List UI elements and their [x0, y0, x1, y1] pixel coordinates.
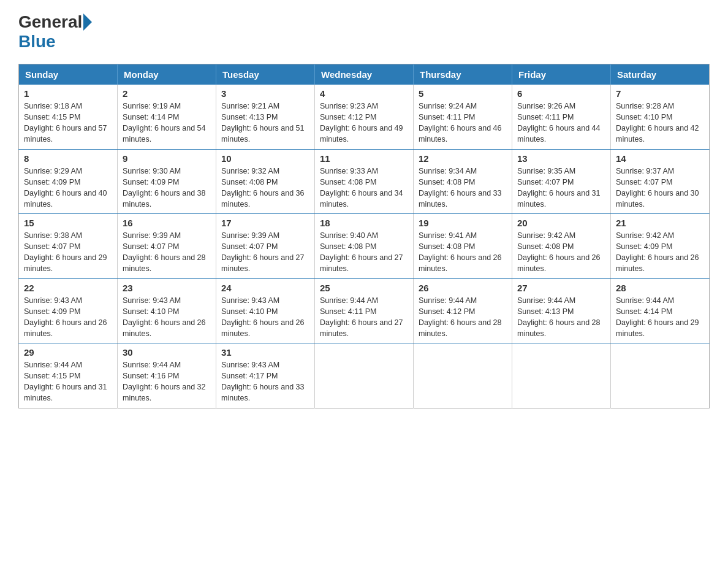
day-info: Sunrise: 9:43 AMSunset: 4:10 PMDaylight:… [221, 296, 305, 338]
day-info: Sunrise: 9:21 AMSunset: 4:13 PMDaylight:… [221, 102, 305, 144]
logo: General Blue [18, 12, 93, 52]
day-number: 23 [123, 283, 211, 293]
calendar-cell: 16 Sunrise: 9:39 AMSunset: 4:07 PMDaylig… [118, 214, 216, 279]
calendar-table: SundayMondayTuesdayWednesdayThursdayFrid… [18, 64, 710, 408]
day-number: 4 [320, 88, 408, 99]
calendar-cell: 13 Sunrise: 9:35 AMSunset: 4:07 PMDaylig… [512, 149, 611, 214]
calendar-week-row: 8 Sunrise: 9:29 AMSunset: 4:09 PMDayligh… [19, 149, 710, 214]
day-info: Sunrise: 9:32 AMSunset: 4:08 PMDaylight:… [221, 167, 305, 209]
calendar-cell: 9 Sunrise: 9:30 AMSunset: 4:09 PMDayligh… [118, 149, 216, 214]
day-number: 24 [221, 283, 309, 293]
calendar-cell: 14 Sunrise: 9:37 AMSunset: 4:07 PMDaylig… [611, 149, 710, 214]
weekday-header-monday: Monday [118, 64, 216, 85]
calendar-cell: 8 Sunrise: 9:29 AMSunset: 4:09 PMDayligh… [19, 149, 118, 214]
day-info: Sunrise: 9:44 AMSunset: 4:12 PMDaylight:… [419, 296, 502, 338]
day-number: 19 [419, 218, 507, 228]
logo-blue-text: Blue [18, 32, 56, 51]
calendar-cell: 30 Sunrise: 9:44 AMSunset: 4:16 PMDaylig… [118, 343, 216, 408]
calendar-cell: 29 Sunrise: 9:44 AMSunset: 4:15 PMDaylig… [19, 343, 118, 408]
day-info: Sunrise: 9:19 AMSunset: 4:14 PMDaylight:… [123, 102, 206, 144]
calendar-week-row: 15 Sunrise: 9:38 AMSunset: 4:07 PMDaylig… [19, 214, 710, 279]
day-number: 10 [221, 153, 309, 164]
day-number: 21 [616, 218, 704, 228]
calendar-cell: 12 Sunrise: 9:34 AMSunset: 4:08 PMDaylig… [414, 149, 512, 214]
calendar-cell: 24 Sunrise: 9:43 AMSunset: 4:10 PMDaylig… [216, 278, 315, 343]
weekday-header-thursday: Thursday [414, 64, 512, 85]
calendar-cell: 6 Sunrise: 9:26 AMSunset: 4:11 PMDayligh… [512, 85, 611, 149]
day-info: Sunrise: 9:30 AMSunset: 4:09 PMDaylight:… [123, 167, 206, 209]
day-number: 15 [24, 218, 112, 228]
calendar-cell: 2 Sunrise: 9:19 AMSunset: 4:14 PMDayligh… [118, 85, 216, 149]
day-number: 12 [419, 153, 507, 164]
day-info: Sunrise: 9:18 AMSunset: 4:15 PMDaylight:… [24, 102, 107, 144]
calendar-cell: 28 Sunrise: 9:44 AMSunset: 4:14 PMDaylig… [611, 278, 710, 343]
calendar-cell [315, 343, 414, 408]
weekday-header-row: SundayMondayTuesdayWednesdayThursdayFrid… [19, 64, 710, 85]
day-info: Sunrise: 9:24 AMSunset: 4:11 PMDaylight:… [419, 102, 502, 144]
day-number: 30 [123, 347, 211, 358]
calendar-cell: 25 Sunrise: 9:44 AMSunset: 4:11 PMDaylig… [315, 278, 414, 343]
day-info: Sunrise: 9:39 AMSunset: 4:07 PMDaylight:… [221, 231, 305, 273]
day-number: 13 [517, 153, 605, 164]
day-number: 18 [320, 218, 408, 228]
day-number: 26 [419, 283, 507, 293]
calendar-cell: 23 Sunrise: 9:43 AMSunset: 4:10 PMDaylig… [118, 278, 216, 343]
day-number: 9 [123, 153, 211, 164]
day-number: 16 [123, 218, 211, 228]
day-info: Sunrise: 9:41 AMSunset: 4:08 PMDaylight:… [419, 231, 502, 273]
day-number: 11 [320, 153, 408, 164]
day-info: Sunrise: 9:43 AMSunset: 4:09 PMDaylight:… [24, 296, 107, 338]
calendar-cell: 19 Sunrise: 9:41 AMSunset: 4:08 PMDaylig… [414, 214, 512, 279]
calendar-cell: 10 Sunrise: 9:32 AMSunset: 4:08 PMDaylig… [216, 149, 315, 214]
page-header: General Blue [18, 12, 710, 52]
logo-general-text: General [18, 12, 82, 32]
calendar-cell: 26 Sunrise: 9:44 AMSunset: 4:12 PMDaylig… [414, 278, 512, 343]
logo-arrow-icon [83, 13, 92, 31]
day-info: Sunrise: 9:38 AMSunset: 4:07 PMDaylight:… [24, 231, 107, 273]
day-info: Sunrise: 9:44 AMSunset: 4:16 PMDaylight:… [123, 361, 206, 402]
weekday-header-tuesday: Tuesday [216, 64, 315, 85]
calendar-week-row: 1 Sunrise: 9:18 AMSunset: 4:15 PMDayligh… [19, 85, 710, 149]
day-info: Sunrise: 9:23 AMSunset: 4:12 PMDaylight:… [320, 102, 403, 144]
day-info: Sunrise: 9:34 AMSunset: 4:08 PMDaylight:… [419, 167, 502, 209]
day-info: Sunrise: 9:43 AMSunset: 4:17 PMDaylight:… [221, 361, 305, 402]
calendar-cell: 20 Sunrise: 9:42 AMSunset: 4:08 PMDaylig… [512, 214, 611, 279]
day-info: Sunrise: 9:44 AMSunset: 4:14 PMDaylight:… [616, 296, 699, 338]
day-info: Sunrise: 9:33 AMSunset: 4:08 PMDaylight:… [320, 167, 403, 209]
calendar-cell: 21 Sunrise: 9:42 AMSunset: 4:09 PMDaylig… [611, 214, 710, 279]
day-info: Sunrise: 9:35 AMSunset: 4:07 PMDaylight:… [517, 167, 601, 209]
day-info: Sunrise: 9:29 AMSunset: 4:09 PMDaylight:… [24, 167, 107, 209]
day-number: 22 [24, 283, 112, 293]
day-info: Sunrise: 9:44 AMSunset: 4:11 PMDaylight:… [320, 296, 403, 338]
calendar-cell [414, 343, 512, 408]
calendar-cell: 7 Sunrise: 9:28 AMSunset: 4:10 PMDayligh… [611, 85, 710, 149]
calendar-cell: 18 Sunrise: 9:40 AMSunset: 4:08 PMDaylig… [315, 214, 414, 279]
calendar-cell: 31 Sunrise: 9:43 AMSunset: 4:17 PMDaylig… [216, 343, 315, 408]
day-number: 7 [616, 88, 704, 99]
day-number: 5 [419, 88, 507, 99]
day-number: 1 [24, 88, 112, 99]
calendar-cell: 11 Sunrise: 9:33 AMSunset: 4:08 PMDaylig… [315, 149, 414, 214]
calendar-cell: 15 Sunrise: 9:38 AMSunset: 4:07 PMDaylig… [19, 214, 118, 279]
day-number: 28 [616, 283, 704, 293]
day-info: Sunrise: 9:28 AMSunset: 4:10 PMDaylight:… [616, 102, 699, 144]
calendar-cell: 1 Sunrise: 9:18 AMSunset: 4:15 PMDayligh… [19, 85, 118, 149]
day-number: 25 [320, 283, 408, 293]
calendar-cell: 5 Sunrise: 9:24 AMSunset: 4:11 PMDayligh… [414, 85, 512, 149]
calendar-week-row: 29 Sunrise: 9:44 AMSunset: 4:15 PMDaylig… [19, 343, 710, 408]
weekday-header-sunday: Sunday [19, 64, 118, 85]
day-number: 14 [616, 153, 704, 164]
day-number: 29 [24, 347, 112, 358]
calendar-cell: 27 Sunrise: 9:44 AMSunset: 4:13 PMDaylig… [512, 278, 611, 343]
day-number: 31 [221, 347, 309, 358]
calendar-cell: 17 Sunrise: 9:39 AMSunset: 4:07 PMDaylig… [216, 214, 315, 279]
calendar-cell [512, 343, 611, 408]
day-info: Sunrise: 9:40 AMSunset: 4:08 PMDaylight:… [320, 231, 403, 273]
day-info: Sunrise: 9:26 AMSunset: 4:11 PMDaylight:… [517, 102, 601, 144]
calendar-cell: 22 Sunrise: 9:43 AMSunset: 4:09 PMDaylig… [19, 278, 118, 343]
day-number: 2 [123, 88, 211, 99]
weekday-header-wednesday: Wednesday [315, 64, 414, 85]
weekday-header-saturday: Saturday [611, 64, 710, 85]
calendar-cell: 3 Sunrise: 9:21 AMSunset: 4:13 PMDayligh… [216, 85, 315, 149]
calendar-cell: 4 Sunrise: 9:23 AMSunset: 4:12 PMDayligh… [315, 85, 414, 149]
